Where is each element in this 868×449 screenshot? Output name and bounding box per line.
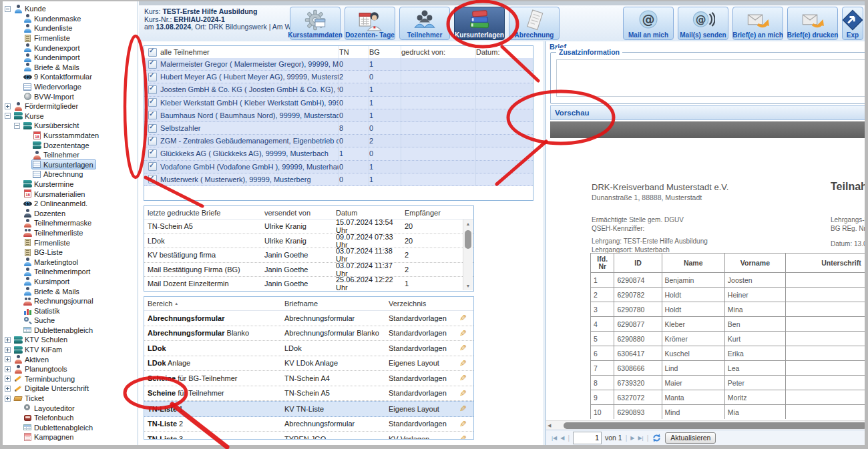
sidebar-item-inner[interactable]: Kundenliste bbox=[22, 23, 75, 33]
sidebar-item-inner[interactable]: Kursstammdaten bbox=[31, 131, 101, 141]
participant-row[interactable]: ZGM - Zentrales Gebäudemanagement, Eigen… bbox=[144, 135, 533, 147]
column-header-bg[interactable]: BG bbox=[369, 46, 401, 58]
sidebar-item[interactable]: Kundenmaske bbox=[3, 14, 138, 24]
printed-letter-row[interactable]: KV bestätigung firma Janin Goethe 03.07.… bbox=[144, 248, 473, 263]
mails-senden-button[interactable]: @ Mail(s) senden bbox=[678, 7, 728, 40]
sidebar-item[interactable]: Teilnehmerliste bbox=[3, 228, 138, 238]
sidebar-item-inner[interactable]: Dozententage bbox=[31, 140, 92, 150]
sidebar-item-inner[interactable]: 2 Onlineanmeld. bbox=[22, 199, 90, 209]
sidebar-item[interactable]: Ticket bbox=[3, 394, 138, 404]
tree-expander-icon[interactable] bbox=[5, 356, 11, 362]
template-row[interactable]: TN-Liste 3 TYPEN JGO KV-Vorlagen ✎ bbox=[144, 432, 473, 440]
aktualisieren-button[interactable]: Aktualisieren bbox=[665, 432, 716, 444]
sidebar-item-inner[interactable]: BVW-Import bbox=[22, 91, 77, 101]
sidebar-item[interactable]: Aktiven bbox=[3, 354, 138, 364]
teilnehmer-button[interactable]: Teilnehmer bbox=[399, 7, 450, 40]
sidebar-item-inner[interactable]: Layouteditor bbox=[22, 403, 77, 413]
tree-expander-icon[interactable] bbox=[5, 386, 11, 392]
edit-pencil-icon[interactable]: ✎ bbox=[459, 373, 467, 383]
sidebar-item-inner[interactable]: Kampagnen bbox=[22, 432, 76, 442]
sidebar-item[interactable]: Kunde bbox=[3, 4, 138, 14]
letters-scrollbar[interactable]: ▲ ▼ bbox=[463, 219, 473, 290]
scroll-up-icon[interactable]: ▲ bbox=[463, 219, 473, 228]
sidebar-item-inner[interactable]: Kursmaterialien bbox=[22, 189, 87, 199]
scroll-left-icon[interactable]: ◀ bbox=[548, 421, 551, 430]
sidebar-item-inner[interactable]: Dublettenabgleich bbox=[22, 422, 95, 432]
sidebar-item-inner[interactable]: Kundenexport bbox=[22, 43, 83, 53]
participant-checkbox[interactable] bbox=[148, 137, 157, 145]
printed-letter-row[interactable]: Mail Dozent Einzeltermin Janin Goethe 25… bbox=[144, 277, 473, 292]
select-all-checkbox[interactable] bbox=[148, 48, 157, 57]
template-row[interactable]: Scheine für Teilnehmer TN-Schein A5 Stan… bbox=[144, 386, 473, 402]
participant-checkbox[interactable] bbox=[148, 111, 157, 119]
prev-page-button[interactable]: ◀ bbox=[560, 435, 564, 441]
sidebar-item-inner[interactable]: Dublettenabgleich bbox=[22, 325, 95, 335]
participant-checkbox[interactable] bbox=[148, 162, 157, 171]
sidebar-item-inner[interactable]: Kursübersicht bbox=[22, 121, 81, 131]
participant-checkbox[interactable] bbox=[148, 149, 157, 158]
participant-row[interactable]: Selbstzahler 8 0 bbox=[144, 122, 533, 135]
participant-checkbox[interactable] bbox=[148, 60, 157, 69]
participant-checkbox[interactable] bbox=[148, 85, 157, 94]
sidebar-item-inner[interactable]: Teilnehmerliste bbox=[22, 228, 85, 238]
template-row[interactable]: TN-Liste 1 KV TN-Liste Eigenes Layout ✎ bbox=[144, 401, 473, 417]
scrollbar-thumb[interactable] bbox=[564, 422, 867, 429]
tree-expander-icon[interactable] bbox=[5, 396, 11, 402]
sidebar-item[interactable]: Layouteditor bbox=[3, 403, 138, 413]
sidebar-item[interactable]: BVW-Import bbox=[3, 91, 138, 101]
sidebar-item[interactable]: Telefonbuch bbox=[3, 413, 138, 423]
sidebar-item[interactable]: Digitale Unterschrift bbox=[3, 384, 138, 394]
edit-pencil-icon[interactable]: ✎ bbox=[459, 313, 467, 323]
participant-row[interactable]: Baumhaus Nord ( Baumhaus Nord), 99999, M… bbox=[144, 109, 533, 122]
select-all-label[interactable]: alle Teilnehmer bbox=[160, 46, 339, 58]
tree-expander-icon[interactable] bbox=[5, 6, 11, 12]
participant-checkbox[interactable] bbox=[148, 124, 157, 133]
participant-row[interactable]: Kleber Werkstatt GmbH ( Kleber Werkstatt… bbox=[144, 97, 533, 109]
sidebar-item-inner[interactable]: Fördermitglieder bbox=[13, 101, 81, 111]
printed-letter-row[interactable]: TN-Schein A5 Ulrike Kranig 15.07.2024 13… bbox=[144, 219, 473, 234]
edit-pencil-icon[interactable]: ✎ bbox=[459, 388, 467, 398]
template-row[interactable]: Abrechnungsformular Abrechnungsformular … bbox=[144, 311, 473, 326]
page-number-input[interactable] bbox=[573, 432, 602, 444]
sidebar-item[interactable]: BG-Liste bbox=[3, 248, 138, 258]
sidebar-item[interactable]: KTV KiFam bbox=[3, 345, 138, 355]
briefe-drucken-button[interactable]: Brief(e) drucken bbox=[787, 7, 838, 40]
sidebar-item-inner[interactable]: Ticket bbox=[13, 394, 47, 404]
sidebar-item-inner[interactable]: Telefonbuch bbox=[22, 413, 76, 423]
briefe-an-mich-button[interactable]: Brief(e) an mich bbox=[732, 7, 783, 40]
sidebar-item[interactable]: Firmenliste bbox=[3, 238, 138, 248]
participant-row[interactable]: Hubert Meyer AG ( Hubert Meyer AG), 9999… bbox=[144, 71, 533, 83]
sidebar-item[interactable]: Kurstermine bbox=[3, 179, 138, 189]
sidebar-item-inner[interactable]: Wiedervorlage bbox=[22, 82, 84, 92]
sidebar-item[interactable]: 2 Onlineanmeld. bbox=[3, 199, 138, 209]
sidebar-item[interactable]: Briefe & Mails bbox=[3, 286, 138, 296]
edit-pencil-icon[interactable]: ✎ bbox=[459, 328, 467, 338]
sidebar-item-inner[interactable]: Dozenten bbox=[22, 208, 68, 218]
sidebar-item[interactable]: Statistik bbox=[3, 306, 138, 316]
sidebar-item-inner[interactable]: Aktiven bbox=[13, 354, 51, 364]
sidebar-item-inner[interactable]: Firmenliste bbox=[22, 238, 73, 248]
sidebar-item-inner[interactable]: Kursunterlagen bbox=[31, 159, 96, 169]
column-header-date[interactable]: Datum bbox=[336, 209, 405, 217]
column-header-printed-by[interactable]: gedruckt von: bbox=[401, 46, 476, 58]
sidebar-item[interactable]: Kursimport bbox=[3, 277, 138, 287]
dozenten-tage-button[interactable]: Dozenten- Tage bbox=[345, 7, 395, 40]
sidebar-item[interactable]: Kursmaterialien bbox=[3, 189, 138, 199]
column-header-directory[interactable]: Verzeichnis bbox=[389, 300, 453, 308]
template-row[interactable]: LDok Anlage KV LDok Anlage Eigenes Layou… bbox=[144, 356, 473, 372]
sidebar-item[interactable]: Planungtools bbox=[3, 364, 138, 374]
sidebar-item-inner[interactable]: Briefe & Mails bbox=[22, 286, 82, 296]
sidebar-item-inner[interactable]: Firmenliste bbox=[22, 33, 73, 43]
sidebar-item[interactable]: Marketingtool bbox=[3, 257, 138, 267]
sidebar-item[interactable]: Abrechnung bbox=[3, 169, 138, 179]
next-page-button[interactable]: ▶ bbox=[630, 435, 634, 441]
tree-expander-icon[interactable] bbox=[5, 376, 11, 382]
template-row[interactable]: LDok LDok Standardvorlagen ✎ bbox=[144, 341, 473, 356]
participant-checkbox[interactable] bbox=[148, 175, 157, 183]
kursstammdaten-button[interactable]: Kursstammdaten bbox=[290, 7, 341, 40]
printed-letter-row[interactable]: Mail Bestätigung Firma (BG) Janin Goethe… bbox=[144, 263, 473, 278]
sidebar-item-inner[interactable]: Kundenimport bbox=[22, 53, 83, 63]
participant-row[interactable]: Joosten GmbH & Co. KG ( Joosten GmbH & C… bbox=[144, 83, 533, 96]
sidebar-item[interactable]: Briefe & Mails bbox=[3, 63, 138, 73]
tree-expander-icon[interactable] bbox=[14, 123, 20, 129]
